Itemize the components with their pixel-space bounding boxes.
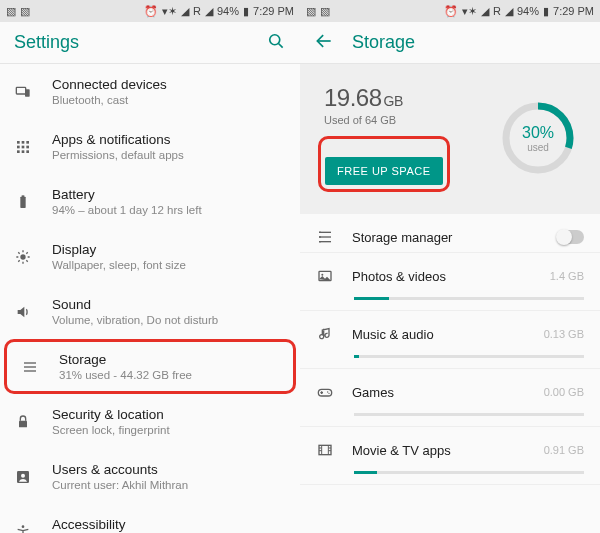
storage-manager-toggle[interactable] (558, 230, 584, 244)
svg-point-36 (328, 393, 329, 394)
status-bar-right: ▧ ▧ ⏰ ▾✶ ◢ R ◢ 94% ▮ 7:29 PM (300, 0, 600, 22)
svg-rect-4 (17, 141, 20, 144)
usage-donut: 30% used (500, 100, 576, 176)
category-value: 0.13 GB (544, 328, 584, 340)
roaming-label: R (493, 5, 501, 17)
svg-rect-29 (319, 232, 321, 233)
free-up-highlight: FREE UP SPACE (318, 136, 450, 192)
svg-rect-9 (26, 145, 29, 148)
settings-item-title: Apps & notifications (52, 132, 286, 147)
svg-rect-12 (26, 150, 29, 153)
signal-icon: ◢ (181, 5, 189, 18)
settings-item-battery[interactable]: Battery94% – about 1 day 12 hrs left (0, 174, 300, 229)
storage-category-games[interactable]: Games0.00 GB (300, 369, 600, 427)
svg-rect-13 (20, 196, 25, 207)
settings-item-subtitle: Current user: Akhil Mithran (52, 479, 286, 491)
storage-category-photos[interactable]: Photos & videos1.4 GB (300, 253, 600, 311)
svg-point-15 (20, 254, 25, 259)
settings-item-title: Display (52, 242, 286, 257)
settings-item-apps[interactable]: Apps & notificationsPermissions, default… (0, 119, 300, 174)
svg-rect-37 (319, 445, 331, 454)
settings-item-subtitle: Wallpaper, sleep, font size (52, 259, 286, 271)
games-icon (316, 383, 334, 401)
picture-icon: ▧ (20, 5, 30, 18)
category-progress (354, 355, 584, 358)
settings-item-users[interactable]: Users & accountsCurrent user: Akhil Mith… (0, 449, 300, 504)
svg-line-1 (279, 44, 283, 48)
category-progress (354, 413, 584, 416)
wifi-off-icon: ▾✶ (162, 5, 177, 18)
storage-summary: 19.68GB Used of 64 GB FREE UP SPACE 30% … (300, 64, 600, 214)
app-bar-settings: Settings (0, 22, 300, 64)
roaming-label: R (193, 5, 201, 17)
battery-icon (14, 193, 32, 211)
picture-icon: ▧ (320, 5, 330, 18)
svg-rect-31 (319, 241, 321, 242)
svg-rect-2 (16, 87, 25, 94)
svg-point-21 (21, 473, 25, 477)
storage-icon (21, 358, 39, 376)
settings-item-display[interactable]: DisplayWallpaper, sleep, font size (0, 229, 300, 284)
status-bar-left: ▧ ▧ ⏰ ▾✶ ◢ R ◢ 94% ▮ 7:29 PM (0, 0, 300, 22)
svg-rect-11 (22, 150, 25, 153)
svg-rect-16 (24, 362, 36, 363)
storage-category-movies[interactable]: Movie & TV apps0.91 GB (300, 427, 600, 485)
storage-manager-icon (316, 228, 334, 246)
settings-item-sound[interactable]: SoundVolume, vibration, Do not disturb (0, 284, 300, 339)
storage-categories: Photos & videos1.4 GBMusic & audio0.13 G… (300, 253, 600, 485)
category-label: Photos & videos (352, 269, 532, 284)
svg-rect-14 (22, 195, 25, 197)
svg-rect-7 (17, 145, 20, 148)
divider (300, 484, 600, 485)
settings-item-accessibility[interactable]: AccessibilityScreen readers, display, in… (0, 504, 300, 533)
picture-icon: ▧ (306, 5, 316, 18)
svg-rect-19 (19, 420, 27, 427)
donut-label: used (527, 142, 549, 153)
back-icon[interactable] (314, 31, 334, 54)
accessibility-icon (14, 523, 32, 534)
battery-pct: 94% (517, 5, 539, 17)
signal-icon: ◢ (505, 5, 513, 18)
settings-item-devices[interactable]: Connected devicesBluetooth, cast (0, 64, 300, 119)
settings-item-security[interactable]: Security & locationScreen lock, fingerpr… (0, 394, 300, 449)
security-icon (14, 413, 32, 431)
category-value: 0.00 GB (544, 386, 584, 398)
svg-point-33 (321, 274, 323, 276)
category-value: 0.91 GB (544, 444, 584, 456)
category-progress (354, 297, 584, 300)
free-up-space-button[interactable]: FREE UP SPACE (325, 157, 443, 185)
clock: 7:29 PM (553, 5, 594, 17)
settings-item-subtitle: 31% used - 44.32 GB free (59, 369, 279, 381)
battery-pct: 94% (217, 5, 239, 17)
photos-icon (316, 267, 334, 285)
settings-item-subtitle: 94% – about 1 day 12 hrs left (52, 204, 286, 216)
category-value: 1.4 GB (550, 270, 584, 282)
svg-rect-10 (17, 150, 20, 153)
settings-pane: ▧ ▧ ⏰ ▾✶ ◢ R ◢ 94% ▮ 7:29 PM Settings Co… (0, 0, 300, 533)
settings-list: Connected devicesBluetooth, castApps & n… (0, 64, 300, 533)
used-gb-unit: GB (384, 93, 403, 109)
svg-rect-17 (24, 366, 36, 367)
search-icon[interactable] (266, 31, 286, 54)
used-of-label: Used of 64 GB (324, 114, 500, 126)
settings-item-title: Sound (52, 297, 286, 312)
settings-item-storage[interactable]: Storage31% used - 44.32 GB free (4, 339, 296, 394)
sound-icon (14, 303, 32, 321)
picture-icon: ▧ (6, 5, 16, 18)
apps-icon (14, 138, 32, 156)
clock: 7:29 PM (253, 5, 294, 17)
settings-item-title: Security & location (52, 407, 286, 422)
category-label: Music & audio (352, 327, 526, 342)
svg-rect-18 (24, 370, 36, 371)
svg-rect-8 (22, 145, 25, 148)
storage-manager-row[interactable]: Storage manager (300, 214, 600, 252)
battery-icon: ▮ (243, 5, 249, 18)
settings-item-subtitle: Screen lock, fingerprint (52, 424, 286, 436)
svg-point-22 (22, 525, 25, 528)
settings-item-title: Storage (59, 352, 279, 367)
used-gb-value: 19.68 (324, 84, 382, 111)
page-title: Storage (352, 32, 586, 53)
settings-item-subtitle: Bluetooth, cast (52, 94, 286, 106)
devices-icon (14, 83, 32, 101)
storage-category-music[interactable]: Music & audio0.13 GB (300, 311, 600, 369)
